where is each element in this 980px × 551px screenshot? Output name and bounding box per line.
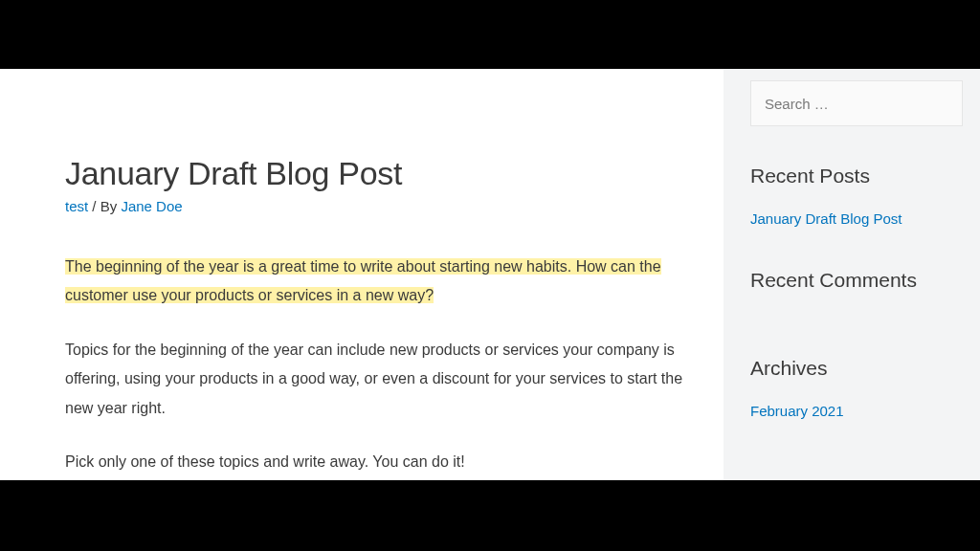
recent-post-link[interactable]: January Draft Blog Post	[750, 210, 963, 227]
search-input[interactable]	[750, 80, 963, 126]
archive-link[interactable]: February 2021	[750, 403, 963, 419]
page-container: January Draft Blog Post test / By Jane D…	[0, 69, 980, 480]
recent-comments-heading: Recent Comments	[750, 269, 963, 292]
recent-comments-widget: Recent Comments	[750, 269, 963, 315]
recent-posts-widget: Recent Posts January Draft Blog Post	[750, 165, 963, 227]
archives-heading: Archives	[750, 357, 963, 380]
post-author-link[interactable]: Jane Doe	[121, 198, 182, 214]
post-paragraph: Pick only one of these topics and write …	[65, 448, 685, 476]
archives-widget: Archives February 2021	[750, 357, 963, 419]
post-category-link[interactable]: test	[65, 198, 88, 214]
post-body: The beginning of the year is a great tim…	[65, 253, 685, 476]
main-content: January Draft Blog Post test / By Jane D…	[0, 69, 724, 480]
post-paragraph-highlighted: The beginning of the year is a great tim…	[65, 253, 685, 311]
recent-posts-heading: Recent Posts	[750, 165, 963, 187]
post-paragraph: Topics for the beginning of the year can…	[65, 336, 685, 423]
sidebar: Recent Posts January Draft Blog Post Rec…	[724, 69, 980, 480]
byline-separator: / By	[88, 198, 121, 214]
search-widget	[750, 80, 963, 126]
post-title: January Draft Blog Post	[65, 155, 685, 192]
post-meta: test / By Jane Doe	[65, 198, 685, 214]
highlighted-text: The beginning of the year is a great tim…	[65, 258, 661, 303]
